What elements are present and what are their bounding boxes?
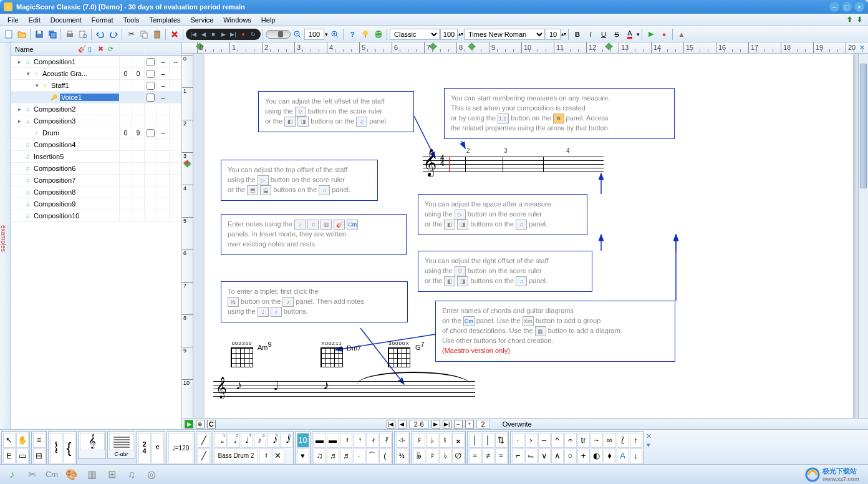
menu-tools[interactable]: Tools (118, 15, 145, 25)
tie-tool[interactable]: ⌒ (366, 448, 379, 463)
prev-button[interactable]: ◀ (200, 31, 207, 38)
save-button[interactable] (33, 28, 46, 41)
tree-row[interactable]: ▸♫Composition3 (11, 115, 181, 127)
art8[interactable]: ♦ (604, 448, 616, 463)
status-dec-button[interactable]: – (454, 420, 463, 428)
line-tool[interactable]: ╱ (198, 433, 210, 448)
slur-tool[interactable]: ( (379, 448, 392, 463)
menu-windows[interactable]: Windows (218, 15, 256, 25)
select-tool[interactable]: ▭ (16, 448, 29, 463)
score-canvas[interactable]: You can adjust the left offset of the st… (193, 54, 858, 418)
status-next-button[interactable]: ▶ (432, 420, 440, 428)
tree-pin-icon[interactable]: ✖ (98, 45, 107, 54)
tree-expand-icon[interactable]: ▾ (25, 70, 32, 77)
tree-row[interactable]: ♫Composition8 (11, 186, 181, 198)
brace-tool[interactable]: { (63, 433, 75, 463)
launcher-tools-icon[interactable]: ✂ (24, 467, 40, 483)
tree-col-checkbox[interactable] (144, 115, 157, 127)
stem-down[interactable]: │ (482, 433, 494, 448)
art-a[interactable]: A (617, 448, 629, 463)
tree-col-checkbox[interactable] (144, 104, 157, 115)
tree-row[interactable]: ♫Insertion5 (11, 151, 181, 163)
record-score-button[interactable]: ● (658, 28, 670, 41)
status-last-button[interactable]: ▶| (443, 420, 451, 428)
tree-col-checkbox[interactable] (144, 127, 157, 139)
close-button[interactable]: × (854, 2, 864, 12)
art7[interactable]: ◐ (591, 448, 603, 463)
art-up[interactable]: ↑ (630, 433, 642, 448)
launcher-notes-icon[interactable]: ♪ (4, 467, 20, 483)
tempo-tool[interactable]: ♩=120 (168, 433, 193, 463)
launcher-chord-icon[interactable]: Cm (44, 467, 60, 483)
launcher-mixer-icon[interactable]: ⊞ (104, 467, 120, 483)
sidebar-tab-examples[interactable]: examples (0, 42, 11, 429)
tree-col-checkbox[interactable] (144, 56, 157, 68)
print-button[interactable] (64, 28, 76, 41)
menu-format[interactable]: Format (87, 15, 118, 25)
tree-expand-icon[interactable] (16, 165, 23, 172)
status-inc-button[interactable]: + (465, 420, 474, 428)
lyric-tool[interactable]: ⊟ (33, 448, 46, 463)
eighth-rest[interactable]: 𝄾 (353, 433, 365, 448)
play-button[interactable]: ▶ (219, 31, 227, 38)
tree-col-checkbox[interactable] (144, 186, 157, 198)
save-all-button[interactable] (46, 28, 59, 41)
art4[interactable]: ∧ (551, 448, 564, 463)
key-tool[interactable] (109, 433, 134, 450)
tree-row[interactable]: ▸♫Composition1---- (11, 56, 181, 68)
menu-service[interactable]: Service (186, 15, 219, 25)
tree-expand-icon[interactable] (25, 130, 32, 136)
record-button[interactable]: ● (239, 31, 247, 38)
hand-tool[interactable]: ✋ (16, 433, 29, 448)
last-button[interactable]: ▶| (229, 31, 237, 38)
launcher-palette-icon[interactable]: 🎨 (64, 467, 80, 483)
tenuto[interactable]: – (538, 433, 551, 448)
bold-button[interactable]: B (571, 28, 584, 41)
tree-row[interactable]: 🔑Voice1-- (11, 92, 181, 104)
tree-col-checkbox[interactable] (144, 139, 157, 151)
voice2[interactable]: ▾ (297, 448, 309, 463)
mordent[interactable]: ~ (591, 433, 603, 448)
tree-expand-icon[interactable]: ▾ (34, 82, 41, 89)
paste-button[interactable] (151, 28, 163, 41)
beam-force[interactable]: = (469, 448, 481, 463)
art5[interactable]: ○ (564, 448, 577, 463)
tree-expand-icon[interactable]: ▸ (16, 106, 23, 112)
tree-expand-icon[interactable]: ▸ (16, 118, 23, 124)
tree-row[interactable]: ♪Drum09-- (11, 127, 181, 139)
beam-break[interactable]: ≠ (482, 448, 494, 463)
natural[interactable]: ♮ (439, 433, 451, 448)
tree-expand-icon[interactable] (16, 142, 23, 148)
print-preview-button[interactable] (77, 28, 89, 41)
status-c-icon[interactable]: C (207, 420, 216, 428)
ruler-marker[interactable] (468, 42, 476, 51)
thirtysecond-rest[interactable]: 𝅀 (379, 433, 392, 448)
menu-help[interactable]: Help (256, 15, 281, 25)
status-prev-button[interactable]: ◀ (398, 420, 407, 428)
palette-close-icon[interactable]: ✕ (645, 432, 652, 440)
delete-button[interactable] (168, 28, 181, 41)
style-combo[interactable]: Classic (390, 29, 440, 40)
half-note[interactable]: 𝅗𝅥2 (228, 433, 240, 448)
horizontal-ruler[interactable]: ✕ (182, 42, 868, 54)
tree-col-checkbox[interactable] (144, 151, 157, 163)
stop-button[interactable]: ■ (210, 31, 217, 38)
tree-row[interactable]: ▾♪Acoustic Gra...00-- (11, 68, 181, 80)
bracket-tool[interactable]: 𝄔 (50, 433, 62, 463)
accent[interactable]: › (525, 433, 538, 448)
launcher-piano-icon[interactable]: ▥ (84, 467, 100, 483)
web-button[interactable] (372, 28, 385, 41)
whole-note[interactable]: 𝅝1 (215, 433, 227, 448)
palette-collapse-icon[interactable]: ▾ (645, 441, 652, 448)
tree-col-checkbox[interactable] (144, 210, 157, 222)
redo-button[interactable] (107, 28, 120, 41)
tree-guitar-icon[interactable]: 🎸 (78, 45, 87, 54)
vertical-scrollbar[interactable] (858, 54, 868, 418)
status-mode-icon[interactable]: ⊕ (196, 420, 205, 428)
sixteenth-note[interactable]: 𝅘𝅥𝅯5 (267, 433, 279, 448)
tree-doc-icon[interactable]: ▯ (88, 45, 97, 54)
tree-col-checkbox[interactable] (144, 163, 157, 175)
tree-row[interactable]: ♫Composition7 (11, 175, 181, 186)
quarter-rest[interactable]: 𝄽 (340, 433, 352, 448)
beam1[interactable]: ♫ (314, 448, 326, 463)
